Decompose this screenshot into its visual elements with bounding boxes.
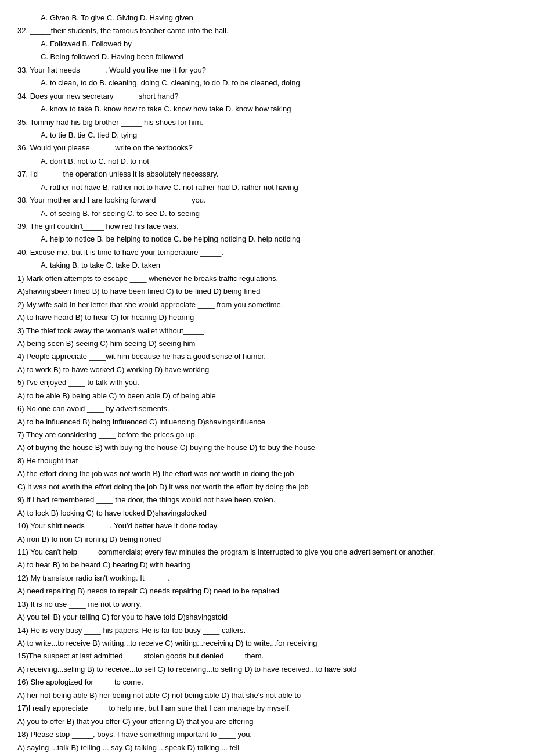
text-line-26: 4) People appreciate ____wit him because… — [17, 350, 517, 362]
text-line-12: 37. I'd _____ the operation unless it is… — [17, 168, 517, 180]
text-line-14: 38. Your mother and I are looking forwar… — [17, 194, 517, 206]
text-line-9: A. to tie B. tie C. tied D. tying — [17, 129, 517, 141]
text-line-40: A) iron B) to iron C) ironing D) being i… — [17, 533, 517, 545]
text-line-53: 17)I really appreciate ____ to help me, … — [17, 702, 517, 714]
main-content: A. Given B. To give C. Giving D. Having … — [17, 12, 517, 756]
text-line-46: A) you tell B) your telling C) for you t… — [17, 611, 517, 623]
text-line-18: 40. Excuse me, but it is time to have yo… — [17, 246, 517, 258]
text-line-29: A) to be able B) being able C) to been a… — [17, 390, 517, 402]
text-line-49: 15)The suspect at last admitted ____ sto… — [17, 650, 517, 662]
text-line-25: A) being seen B) seeing C) him seeing D)… — [17, 337, 517, 350]
text-line-34: 8) He thought that ____. — [17, 455, 517, 467]
text-line-44: A) need repairing B) needs to repair C) … — [17, 585, 517, 597]
text-line-27: A) to work B) to have worked C) working … — [17, 363, 517, 376]
text-line-21: A)shavingsbeen fined B) to have been fin… — [17, 285, 517, 297]
text-line-31: A) to be influenced B) being influenced … — [17, 416, 517, 428]
text-line-45: 13) It is no use ____ me not to worry. — [17, 598, 517, 610]
text-line-41: 11) You can't help ____ commercials; eve… — [17, 546, 517, 558]
text-line-32: 7) They are considering ____ before the … — [17, 429, 517, 441]
text-line-43: 12) My transistor radio isn't working. I… — [17, 572, 517, 584]
text-line-6: 34. Does your new secretary _____ short … — [17, 90, 517, 102]
text-line-50: A) receiving...selling B) to receive...t… — [17, 663, 517, 675]
text-line-16: 39. The girl couldn't_____ how red his f… — [17, 220, 517, 232]
text-line-47: 14) He is very busy ____ his papers. He … — [17, 624, 517, 636]
text-line-11: A. don't B. not to C. not D. to not — [17, 155, 517, 167]
text-line-4: 33. Your flat needs _____ . Would you li… — [17, 64, 517, 76]
text-line-0: A. Given B. To give C. Giving D. Having … — [17, 12, 517, 24]
text-line-33: A) of buying the house B) with buying th… — [17, 441, 517, 453]
text-line-2: A. Followed B. Followed by — [17, 38, 517, 50]
text-line-36: C) it was not worth the effort doing the… — [17, 481, 517, 493]
text-line-8: 35. Tommy had his big brother _____ his … — [17, 116, 517, 128]
text-line-19: A. taking B. to take C. take D. taken — [17, 259, 517, 271]
text-line-13: A. rather not have B. rather not to have… — [17, 181, 517, 193]
text-line-22: 2) My wife said in her letter that she w… — [17, 298, 517, 311]
text-line-42: A) to hear B) to be heard C) hearing D) … — [17, 559, 517, 571]
text-line-20: 1) Mark often attempts to escape ____ wh… — [17, 272, 517, 285]
text-line-17: A. help to notice B. be helping to notic… — [17, 233, 517, 245]
text-line-56: A) saying ...talk B) telling ... say C) … — [17, 741, 517, 754]
text-line-10: 36. Would you please _____ write on the … — [17, 142, 517, 154]
text-line-51: 16) She apologized for ____ to come. — [17, 676, 517, 688]
text-line-7: A. know to take B. know how to take C. k… — [17, 103, 517, 115]
text-line-28: 5) I've enjoyed ____ to talk with you. — [17, 376, 517, 388]
text-line-52: A) her not being able B) her being not a… — [17, 689, 517, 701]
text-line-5: A. to clean, to do B. cleaning, doing C.… — [17, 77, 517, 89]
text-line-55: 18) Please stop _____, boys, I have some… — [17, 728, 517, 740]
text-line-30: 6) No one can avoid ____ by advertisemen… — [17, 402, 517, 415]
text-line-23: A) to have heard B) to hear C) for heari… — [17, 311, 517, 323]
text-line-54: A) you to offer B) that you offer C) you… — [17, 715, 517, 728]
text-line-37: 9) If I had remembered ____ the door, th… — [17, 494, 517, 506]
text-line-39: 10) Your shirt needs _____ . You'd bette… — [17, 520, 517, 532]
text-line-38: A) to lock B) locking C) to have locked … — [17, 507, 517, 519]
text-line-1: 32. _____their students, the famous teac… — [17, 24, 517, 37]
text-line-3: C. Being followed D. Having been followe… — [17, 51, 517, 63]
text-line-35: A) the effort doing the job was not wort… — [17, 467, 517, 480]
text-line-24: 3) The thief took away the woman's walle… — [17, 325, 517, 337]
text-line-15: A. of seeing B. for seeing C. to see D. … — [17, 207, 517, 219]
text-line-48: A) to write...to receive B) writing...to… — [17, 637, 517, 649]
